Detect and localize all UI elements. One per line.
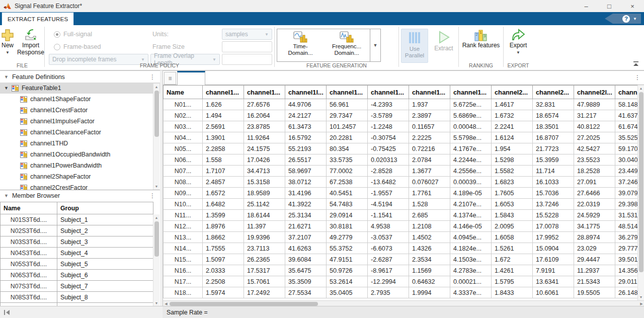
value-cell[interactable]: 1.7761 bbox=[409, 188, 450, 199]
value-cell[interactable]: 34.1775 bbox=[574, 221, 615, 232]
value-cell[interactable]: 1.3677 bbox=[409, 166, 450, 177]
value-cell[interactable]: 1.9994 bbox=[409, 287, 450, 298]
value-cell[interactable]: 0.076027 bbox=[409, 177, 450, 188]
value-cell[interactable]: 2.2508 bbox=[203, 276, 244, 287]
value-cell[interactable]: -0.75425 bbox=[368, 143, 409, 154]
feature-table-tab[interactable] bbox=[177, 71, 205, 85]
value-cell[interactable]: 1.494 bbox=[203, 110, 244, 121]
value-cell[interactable]: 35.6475 bbox=[285, 265, 327, 276]
member-group-cell[interactable]: Subject_4 bbox=[57, 248, 153, 259]
value-cell[interactable]: 42.5427 bbox=[574, 143, 615, 154]
value-cell[interactable]: 15.5228 bbox=[533, 210, 574, 221]
value-cell[interactable]: 1.7605 bbox=[492, 188, 533, 199]
value-cell[interactable]: 1.7555 bbox=[203, 243, 244, 254]
tab-extract-features[interactable]: EXTRACT FEATURES bbox=[2, 12, 74, 25]
member-name-cell[interactable]: N02S3T6d.... bbox=[1, 225, 57, 236]
value-cell[interactable]: 2.3897 bbox=[409, 110, 450, 121]
row-name-cell[interactable]: N07... bbox=[164, 166, 203, 177]
table-row[interactable]: N05...2.285824.157555.219380.354-0.75425… bbox=[164, 143, 644, 154]
value-cell[interactable]: 0.72216 bbox=[409, 143, 450, 154]
value-cell[interactable]: 1.6572 bbox=[203, 188, 244, 199]
row-name-cell[interactable]: N13... bbox=[164, 232, 203, 243]
member-group-cell[interactable]: Subject_1 bbox=[57, 214, 153, 225]
value-cell[interactable]: 27.6466 bbox=[574, 188, 615, 199]
value-cell[interactable]: 21.5343 bbox=[574, 276, 615, 287]
value-cell[interactable]: -4.5194 bbox=[368, 199, 409, 210]
value-cell[interactable]: 0.11657 bbox=[409, 121, 450, 132]
member-group-cell[interactable]: Subject_3 bbox=[57, 236, 153, 248]
value-cell[interactable]: 41.3922 bbox=[285, 199, 327, 210]
table-row[interactable]: N08...2.485715.315838.071267.2538-13.648… bbox=[164, 177, 644, 188]
value-cell[interactable]: 40.5451 bbox=[327, 188, 368, 199]
table-row[interactable]: N10...1.648225.114241.392254.7483-4.5194… bbox=[164, 199, 644, 210]
member-name-cell[interactable]: N05S3T6d.... bbox=[1, 259, 57, 270]
value-cell[interactable]: 0.00048... bbox=[450, 121, 492, 132]
frequency-domain-features-button[interactable]: Frequenc... Domain... bbox=[324, 29, 370, 61]
value-cell[interactable]: 1.7107 bbox=[203, 166, 244, 177]
value-cell[interactable]: 4.3337e... bbox=[450, 287, 492, 298]
table-row[interactable]: N17...2.250815.706135.350953.2614-12.299… bbox=[164, 276, 644, 287]
value-cell[interactable]: 58.9697 bbox=[285, 166, 327, 177]
tree-item[interactable]: channel1THD bbox=[0, 138, 160, 149]
value-cell[interactable]: 4.2556e... bbox=[450, 166, 492, 177]
value-cell[interactable]: 1.5843 bbox=[492, 210, 533, 221]
column-header[interactable]: channel1... bbox=[450, 86, 492, 99]
value-cell[interactable]: 2.0333 bbox=[203, 265, 244, 276]
value-cell[interactable]: 17.0426 bbox=[244, 154, 285, 166]
row-name-cell[interactable]: N04... bbox=[164, 132, 203, 143]
member-row[interactable]: N05S3T6d....Subject_5 bbox=[1, 259, 153, 270]
help-button[interactable]: ? ▼ bbox=[605, 14, 641, 24]
table-row[interactable]: N02...1.49416.206424.212729.7347-3.57892… bbox=[164, 110, 644, 121]
table-row[interactable]: N04...1.390111.926416.579220.2281-0.3075… bbox=[164, 132, 644, 143]
value-cell[interactable]: 0.00021... bbox=[450, 276, 492, 287]
member-row[interactable]: N06S3T6d....Subject_6 bbox=[1, 270, 153, 281]
value-cell[interactable]: 27.2025 bbox=[574, 132, 615, 143]
value-cell[interactable]: 30.8181 bbox=[327, 221, 368, 232]
radio-full-signal[interactable]: Full-signal bbox=[49, 31, 148, 38]
member-group-cell[interactable]: Subject_5 bbox=[57, 259, 153, 270]
value-cell[interactable]: 5.6869e... bbox=[450, 110, 492, 121]
row-name-cell[interactable]: N15... bbox=[164, 254, 203, 265]
member-scrollbar[interactable]: ▲ ▼ bbox=[153, 214, 159, 306]
value-cell[interactable]: 19.9396 bbox=[244, 232, 285, 243]
value-cell[interactable]: 1.6058 bbox=[492, 232, 533, 243]
value-cell[interactable]: -3.5789 bbox=[368, 110, 409, 121]
value-cell[interactable]: -1.2248 bbox=[368, 121, 409, 132]
row-name-cell[interactable]: N12... bbox=[164, 221, 203, 232]
scroll-up-icon[interactable]: ▲ bbox=[153, 214, 159, 221]
value-cell[interactable]: 2.0095 bbox=[492, 221, 533, 232]
value-cell[interactable]: 29.0914 bbox=[327, 210, 368, 221]
table-row[interactable]: N07...1.710734.471358.969777.0002-2.8528… bbox=[164, 166, 644, 177]
value-cell[interactable]: 1.6823 bbox=[492, 177, 533, 188]
value-cell[interactable]: 80.354 bbox=[327, 143, 368, 154]
close-button[interactable]: × bbox=[621, 0, 644, 12]
column-header[interactable]: channel1... bbox=[368, 86, 409, 99]
value-cell[interactable]: 11.2937 bbox=[574, 265, 615, 276]
value-cell[interactable]: 27.5534 bbox=[285, 287, 327, 298]
scrollbar-thumb[interactable] bbox=[639, 92, 643, 272]
use-parallel-toggle[interactable]: Use Parallel bbox=[401, 29, 428, 63]
member-group-cell[interactable]: Subject_8 bbox=[57, 292, 153, 303]
member-group-cell[interactable]: Subject_6 bbox=[57, 270, 153, 281]
value-cell[interactable]: 41.6263 bbox=[285, 243, 327, 254]
member-name-cell[interactable]: N06S3T6d.... bbox=[1, 270, 57, 281]
value-cell[interactable]: 47.9151 bbox=[327, 254, 368, 265]
value-cell[interactable]: 2.2858 bbox=[203, 143, 244, 154]
value-cell[interactable]: 25.3134 bbox=[285, 210, 327, 221]
value-cell[interactable]: 4.146e-05 bbox=[450, 221, 492, 232]
value-cell[interactable]: 2.5691 bbox=[203, 121, 244, 132]
value-cell[interactable]: 1.4326 bbox=[409, 243, 450, 254]
value-cell[interactable]: 26.2365 bbox=[244, 254, 285, 265]
value-cell[interactable]: 1.1569 bbox=[409, 265, 450, 276]
value-cell[interactable]: 18.6144 bbox=[244, 210, 285, 221]
value-cell[interactable]: 1.6732 bbox=[492, 110, 533, 121]
value-cell[interactable]: 15.3959 bbox=[533, 154, 574, 166]
value-cell[interactable]: 50.9726 bbox=[327, 265, 368, 276]
value-cell[interactable]: 0.00039... bbox=[450, 177, 492, 188]
member-name-cell[interactable]: N01S3T6d.... bbox=[1, 214, 57, 225]
value-cell[interactable]: 55.3752 bbox=[327, 243, 368, 254]
value-cell[interactable]: 27.091 bbox=[574, 177, 615, 188]
value-cell[interactable]: 1.558 bbox=[203, 154, 244, 166]
row-name-cell[interactable]: N01... bbox=[164, 99, 203, 110]
tree-scrollbar[interactable]: ▲ ▼ bbox=[153, 84, 159, 190]
